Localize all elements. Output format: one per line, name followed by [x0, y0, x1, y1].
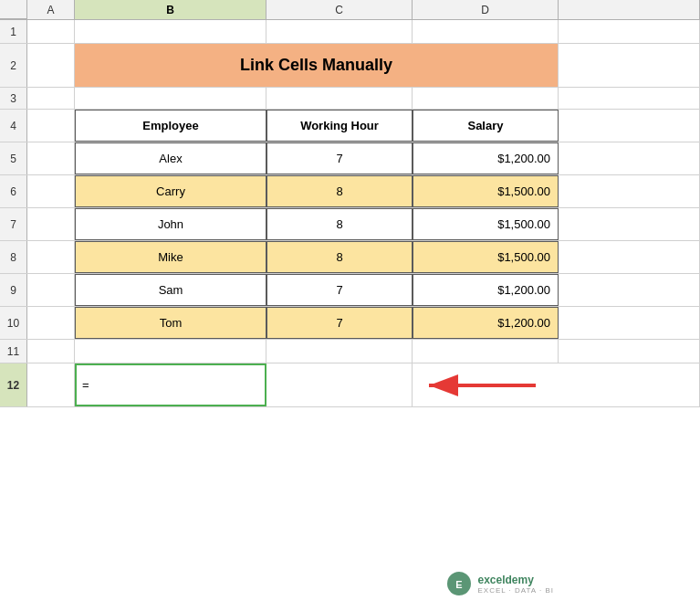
- cell-d10[interactable]: $1,200.00: [413, 307, 559, 339]
- watermark: E exceldemy EXCEL · DATA · BI: [446, 571, 554, 596]
- row-11: 11: [0, 340, 700, 363]
- watermark-logo: E exceldemy EXCEL · DATA · BI: [446, 571, 554, 596]
- cell-b9[interactable]: Sam: [75, 274, 266, 306]
- title-cell[interactable]: Link Cells Manually: [75, 44, 559, 87]
- row-2: 2 Link Cells Manually: [0, 44, 700, 88]
- cell-b3[interactable]: [75, 88, 266, 109]
- cell-e11: [559, 340, 700, 363]
- cell-a7[interactable]: [27, 208, 75, 240]
- cell-d9[interactable]: $1,200.00: [413, 274, 559, 306]
- row-header-5: 5: [0, 142, 27, 174]
- row-header-1: 1: [0, 20, 27, 43]
- cell-a5[interactable]: [27, 142, 75, 174]
- cell-a1[interactable]: [27, 20, 75, 43]
- row-12: 12 =: [0, 363, 700, 407]
- cell-d6[interactable]: $1,500.00: [413, 175, 559, 207]
- row-header-8: 8: [0, 241, 27, 273]
- cell-b8[interactable]: Mike: [75, 241, 266, 273]
- spreadsheet: A B C D 1 2 Link Cells Manually 3 4 Empl…: [0, 0, 700, 611]
- cell-d5[interactable]: $1,200.00: [413, 142, 559, 174]
- cell-c1[interactable]: [266, 20, 413, 43]
- red-arrow-icon: [422, 372, 540, 399]
- svg-text:E: E: [456, 579, 463, 590]
- watermark-tagline: EXCEL · DATA · BI: [477, 586, 554, 595]
- row-header-10: 10: [0, 307, 27, 339]
- cell-d3[interactable]: [413, 88, 559, 109]
- watermark-name: exceldemy: [477, 574, 554, 586]
- row-5: 5 Alex 7 $1,200.00: [0, 142, 700, 175]
- row-header-4: 4: [0, 110, 27, 142]
- cell-c4[interactable]: Working Hour: [266, 110, 413, 142]
- col-header-c[interactable]: C: [266, 0, 413, 19]
- cell-b12[interactable]: =: [75, 363, 266, 406]
- cell-c5[interactable]: 7: [266, 142, 413, 174]
- row-header-11: 11: [0, 340, 27, 363]
- cell-b6[interactable]: Carry: [75, 175, 266, 207]
- row-header-7: 7: [0, 208, 27, 240]
- cell-d4[interactable]: Salary: [413, 110, 559, 142]
- cell-c10[interactable]: 7: [266, 307, 413, 339]
- row-1: 1: [0, 20, 700, 44]
- row-header-6: 6: [0, 175, 27, 207]
- cell-b10[interactable]: Tom: [75, 307, 266, 339]
- cell-b4[interactable]: Employee: [75, 110, 266, 142]
- cell-d7[interactable]: $1,500.00: [413, 208, 559, 240]
- cell-e8: [559, 241, 700, 273]
- row-10: 10 Tom 7 $1,200.00: [0, 307, 700, 340]
- col-header-d[interactable]: D: [413, 0, 559, 19]
- cell-a3[interactable]: [27, 88, 75, 109]
- cell-e12: [559, 363, 700, 406]
- cell-c7[interactable]: 8: [266, 208, 413, 240]
- cell-a4[interactable]: [27, 110, 75, 142]
- row-4: 4 Employee Working Hour Salary: [0, 110, 700, 142]
- cell-c12[interactable]: [266, 363, 413, 406]
- cell-c3[interactable]: [266, 88, 413, 109]
- col-header-e: [559, 0, 700, 19]
- cell-e2: [559, 44, 700, 87]
- cell-e7: [559, 208, 700, 240]
- cell-a2[interactable]: [27, 44, 75, 87]
- cell-a10[interactable]: [27, 307, 75, 339]
- cell-b7[interactable]: John: [75, 208, 266, 240]
- cell-e3: [559, 88, 700, 109]
- cell-c11[interactable]: [266, 340, 413, 363]
- cell-e9: [559, 274, 700, 306]
- cell-e4: [559, 110, 700, 142]
- row-header-9: 9: [0, 274, 27, 306]
- cell-a12[interactable]: [27, 363, 75, 406]
- cell-c6[interactable]: 8: [266, 175, 413, 207]
- row-8: 8 Mike 8 $1,500.00: [0, 241, 700, 274]
- row-header-12: 12: [0, 363, 27, 406]
- cell-c8[interactable]: 8: [266, 241, 413, 273]
- row-6: 6 Carry 8 $1,500.00: [0, 175, 700, 208]
- cell-a9[interactable]: [27, 274, 75, 306]
- row-7: 7 John 8 $1,500.00: [0, 208, 700, 241]
- cell-d1[interactable]: [413, 20, 559, 43]
- cell-d11[interactable]: [413, 340, 559, 363]
- cell-d8[interactable]: $1,500.00: [413, 241, 559, 273]
- cell-e10: [559, 307, 700, 339]
- col-header-a[interactable]: A: [27, 0, 75, 19]
- row-header-3: 3: [0, 88, 27, 109]
- row-header-2: 2: [0, 44, 27, 87]
- cell-b11[interactable]: [75, 340, 266, 363]
- cell-b1[interactable]: [75, 20, 266, 43]
- cell-a8[interactable]: [27, 241, 75, 273]
- row-9: 9 Sam 7 $1,200.00: [0, 274, 700, 307]
- cell-e6: [559, 175, 700, 207]
- col-header-b[interactable]: B: [75, 0, 266, 19]
- cell-a11[interactable]: [27, 340, 75, 363]
- column-headers: A B C D: [0, 0, 700, 20]
- corner-cell: [0, 0, 27, 19]
- exceldemy-logo-icon: E: [446, 571, 472, 596]
- cell-a6[interactable]: [27, 175, 75, 207]
- cell-e5: [559, 142, 700, 174]
- arrow-area: [413, 363, 559, 406]
- row-3: 3: [0, 88, 700, 110]
- cell-e1: [559, 20, 700, 43]
- cell-c9[interactable]: 7: [266, 274, 413, 306]
- cell-b5[interactable]: Alex: [75, 142, 266, 174]
